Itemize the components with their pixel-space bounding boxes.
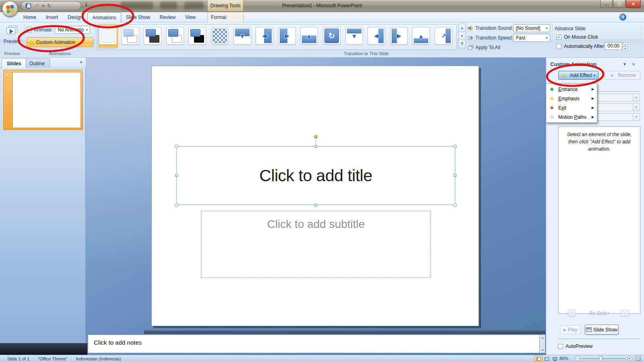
- tab-insert[interactable]: Insert: [41, 12, 63, 23]
- add-effect-button[interactable]: ★ Add Effect ▾: [558, 71, 599, 80]
- tab-slides[interactable]: Slides: [2, 58, 26, 68]
- undo-dropdown-icon[interactable]: ▾: [42, 4, 44, 8]
- background-window-blur: [121, 2, 153, 9]
- transition-dissolve[interactable]: [210, 25, 230, 48]
- spinner-up-icon[interactable]: ▲: [623, 42, 628, 47]
- slide-sorter-view-button[interactable]: [543, 356, 551, 362]
- status-item[interactable]: Slide 1 of 1: [3, 356, 33, 361]
- slide-canvas[interactable]: Click to add title Click to add subtitle: [151, 66, 479, 326]
- scroll-down-icon[interactable]: ▼: [540, 349, 545, 352]
- tab-review[interactable]: Review: [155, 12, 180, 23]
- zoom-level[interactable]: 86%: [559, 356, 568, 361]
- normal-view-icon: [537, 357, 541, 361]
- notes-pane[interactable]: Click to add notes: [88, 335, 540, 353]
- transition-uncover-diagonal[interactable]: ↗: [433, 25, 454, 48]
- transition-wipe-left[interactable]: ◀: [254, 25, 275, 48]
- automatically-after-checkbox[interactable]: [556, 44, 561, 49]
- tab-slide-show[interactable]: Slide Show: [121, 12, 155, 23]
- menu-item-emphasis[interactable]: ★Emphasis▶: [546, 94, 597, 103]
- rotation-handle[interactable]: [314, 135, 318, 139]
- view-buttons: [535, 356, 559, 362]
- tab-home[interactable]: Home: [19, 12, 41, 23]
- title-placeholder[interactable]: Click to add title: [176, 146, 455, 205]
- spinner-down-icon[interactable]: ▼: [623, 47, 628, 51]
- tab-format[interactable]: Format: [206, 12, 231, 23]
- transition-push-up[interactable]: ▲: [411, 25, 431, 48]
- play-button[interactable]: ▶ Play: [560, 325, 581, 334]
- resize-handle-bottom-center[interactable]: [314, 204, 317, 207]
- pane-close-icon[interactable]: ×: [630, 61, 637, 68]
- transition-speed-dropdown[interactable]: Fast ▾: [513, 34, 550, 42]
- tab-outline[interactable]: Outline: [24, 58, 50, 68]
- zoom-slider-thumb[interactable]: [599, 356, 603, 361]
- slide-show-view-button[interactable]: [551, 356, 559, 362]
- transition-wipe-down[interactable]: ▼: [232, 25, 252, 48]
- menu-item-exit[interactable]: ★Exit▶: [546, 103, 597, 112]
- resize-handle-bottom-left[interactable]: [175, 203, 178, 207]
- preview-button[interactable]: Preview: [2, 23, 23, 50]
- office-button[interactable]: [2, 1, 18, 17]
- zoom-in-icon[interactable]: +: [627, 356, 632, 361]
- on-mouse-click-checkbox[interactable]: ✓: [556, 35, 561, 40]
- help-button[interactable]: ?: [619, 14, 626, 21]
- restore-button[interactable]: [613, 0, 625, 8]
- transition-thumbnail-icon: ◀: [256, 27, 273, 45]
- transition-sound-dropdown[interactable]: [No Sound] ▾: [513, 24, 550, 32]
- automatically-after-time-field[interactable]: 00:00: [605, 42, 622, 50]
- gallery-more-icon[interactable]: ▼: [458, 40, 466, 48]
- remove-button[interactable]: ★ Remove: [605, 71, 640, 80]
- transition-fade-smoothly[interactable]: [120, 25, 140, 48]
- tab-animations[interactable]: Animations: [87, 12, 121, 23]
- apply-to-all-button[interactable]: Apply To All: [468, 43, 500, 52]
- autopreview-checkbox[interactable]: [558, 344, 563, 349]
- reorder-up-button[interactable]: ↑: [568, 310, 575, 317]
- status-item[interactable]: "Office Theme": [34, 356, 71, 361]
- minimize-button[interactable]: [600, 0, 613, 8]
- notes-scrollbar[interactable]: ▲ ▼: [540, 335, 545, 353]
- resize-handle-bottom-right[interactable]: [453, 203, 457, 207]
- custom-animation-button[interactable]: ★ Custom Animation: [27, 37, 93, 47]
- transition-split-down[interactable]: ▼: [344, 25, 364, 48]
- resize-handle-top-left[interactable]: [175, 145, 178, 148]
- title-bar: ↶ ▾ ↻ ▾ Drawing Tools Presentation2 - Mi…: [0, 0, 644, 12]
- gallery-scroll-up-icon[interactable]: ▲: [458, 24, 466, 32]
- transition-wipe-right[interactable]: ▶: [277, 25, 297, 48]
- zoom-out-icon[interactable]: −: [575, 356, 580, 361]
- fit-to-window-icon[interactable]: [635, 356, 641, 361]
- scroll-up-icon[interactable]: ▲: [540, 336, 545, 339]
- slide-thumbnail[interactable]: 1: [3, 70, 83, 130]
- resize-handle-top-center[interactable]: [314, 145, 317, 148]
- close-panel-icon[interactable]: ×: [79, 60, 83, 65]
- animate-dropdown[interactable]: No Animation ▾: [55, 26, 90, 34]
- transition-wheel-clockwise[interactable]: ↻: [322, 25, 342, 48]
- reorder-down-button[interactable]: ↓: [621, 310, 628, 317]
- resize-handle-middle-left[interactable]: [175, 174, 178, 177]
- subtitle-placeholder[interactable]: Click to add subtitle: [201, 211, 431, 278]
- transition-wipe-up[interactable]: ▲: [299, 25, 319, 48]
- pane-dropdown-icon[interactable]: ▼: [621, 61, 628, 68]
- menu-item-entrance[interactable]: ★Entrance▶: [546, 85, 597, 94]
- normal-view-button[interactable]: [535, 356, 543, 362]
- transition-push-left[interactable]: ◀: [366, 25, 386, 48]
- transition-no-transition[interactable]: [98, 25, 118, 48]
- status-item[interactable]: Indonesian (Indonesia): [72, 356, 125, 361]
- gallery-scroll-down-icon[interactable]: ▼: [458, 32, 466, 40]
- resize-handle-top-right[interactable]: [453, 145, 457, 148]
- transition-cut[interactable]: [165, 25, 185, 48]
- save-icon[interactable]: [25, 2, 32, 9]
- transition-push-right[interactable]: ▶: [389, 25, 409, 48]
- redo-icon[interactable]: ↻: [46, 2, 53, 9]
- zoom-slider-track[interactable]: [582, 358, 625, 359]
- close-button[interactable]: ×: [626, 0, 641, 8]
- transition-cut-through-black[interactable]: [187, 25, 207, 48]
- transition-fade-through-black[interactable]: [142, 25, 163, 48]
- menu-item-motion-paths[interactable]: ☆Motion Paths▶: [546, 112, 597, 122]
- customize-qat-icon[interactable]: ▾: [85, 3, 87, 7]
- resize-handle-middle-right[interactable]: [454, 174, 456, 177]
- undo-icon[interactable]: ↶: [33, 2, 41, 9]
- slide-show-button[interactable]: Slide Show: [585, 325, 619, 335]
- notes-splitter[interactable]: [144, 330, 545, 334]
- tab-view[interactable]: View: [180, 12, 200, 23]
- menu-item-label: Entrance: [558, 87, 578, 92]
- tab-design[interactable]: Design: [63, 12, 87, 23]
